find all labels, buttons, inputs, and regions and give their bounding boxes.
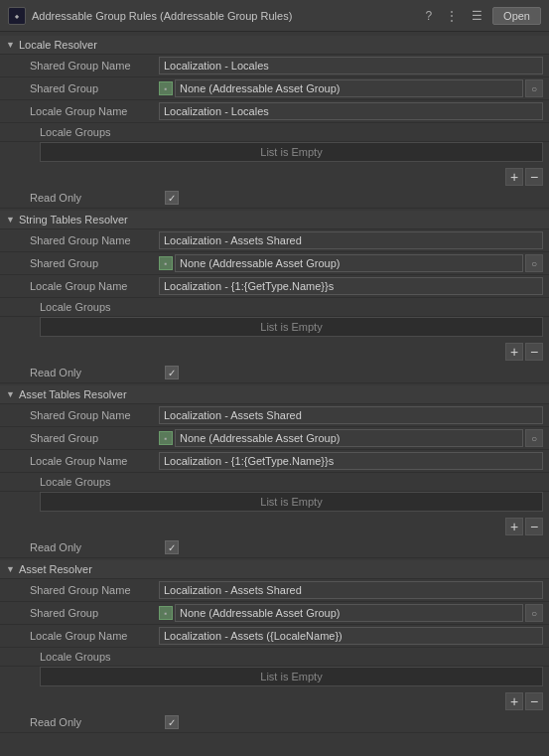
- list-empty-1: List is Empty: [40, 317, 543, 337]
- section-asset-tables-resolver: ▼ Asset Tables Resolver Shared Group Nam…: [0, 385, 549, 558]
- add-button-2[interactable]: +: [505, 518, 523, 535]
- read-only-row-2: Read Only: [0, 537, 549, 558]
- help-button[interactable]: ?: [421, 7, 436, 25]
- shared-group-name-row-0: Shared Group Name: [0, 55, 549, 77]
- section-asset-tables-resolver-label: Asset Tables Resolver: [19, 388, 127, 400]
- shared-group-label-1: Shared Group: [30, 257, 159, 269]
- menu-button[interactable]: ☰: [468, 7, 486, 25]
- remove-button-2[interactable]: −: [525, 518, 543, 535]
- remove-button-0[interactable]: −: [525, 168, 543, 186]
- shared-group-name-row-2: Shared Group Name: [0, 404, 549, 427]
- remove-button-1[interactable]: −: [525, 343, 543, 361]
- section-locale-resolver-label: Locale Resolver: [19, 39, 97, 51]
- arrow-icon-2: ▼: [6, 389, 15, 399]
- locale-groups-header-1: Locale Groups: [0, 298, 549, 317]
- read-only-row-3: Read Only: [0, 712, 549, 733]
- list-empty-0: List is Empty: [40, 142, 543, 162]
- locale-group-name-label-0: Locale Group Name: [30, 105, 159, 117]
- shared-group-row-3: Shared Group ▪ ○: [0, 602, 549, 625]
- add-button-1[interactable]: +: [505, 343, 523, 361]
- arrow-icon-1: ▼: [6, 215, 15, 225]
- add-remove-row-2: + −: [0, 516, 549, 537]
- locale-group-name-input-2[interactable]: [159, 452, 543, 470]
- title-bar-left: ⬥ Addressable Group Rules (Addressable G…: [8, 7, 292, 25]
- locale-group-name-label-3: Locale Group Name: [30, 630, 159, 642]
- add-remove-row-1: + −: [0, 341, 549, 363]
- add-button-3[interactable]: +: [505, 692, 523, 710]
- read-only-checkbox-0[interactable]: [165, 191, 179, 205]
- section-string-tables-resolver-label: String Tables Resolver: [19, 214, 128, 226]
- locale-group-name-input-0[interactable]: [159, 102, 543, 120]
- asset-icon-2: ▪: [159, 431, 173, 445]
- section-locale-resolver-body: Shared Group Name Shared Group ▪ ○ Local…: [0, 55, 549, 209]
- window-icon: ⬥: [8, 7, 26, 25]
- shared-group-control-1: ▪ ○: [159, 254, 543, 272]
- shared-group-name-label-3: Shared Group Name: [30, 584, 159, 596]
- open-button[interactable]: Open: [492, 7, 541, 25]
- read-only-checkbox-2[interactable]: [165, 540, 179, 554]
- arrow-icon-3: ▼: [6, 564, 15, 574]
- shared-group-row-2: Shared Group ▪ ○: [0, 427, 549, 450]
- shared-group-name-label-1: Shared Group Name: [30, 234, 159, 246]
- shared-group-control-3: ▪ ○: [159, 604, 543, 622]
- shared-group-row-0: Shared Group ▪ ○: [0, 77, 549, 100]
- shared-group-dropdown-2[interactable]: ○: [525, 429, 543, 447]
- locale-group-name-input-1[interactable]: [159, 277, 543, 295]
- shared-group-dropdown-1[interactable]: ○: [525, 254, 543, 272]
- shared-group-control-2: ▪ ○: [159, 429, 543, 447]
- remove-button-3[interactable]: −: [525, 692, 543, 710]
- locale-group-name-input-3[interactable]: [159, 627, 543, 645]
- locale-group-name-row-2: Locale Group Name: [0, 450, 549, 473]
- locale-group-name-label-2: Locale Group Name: [30, 455, 159, 467]
- add-remove-row-0: + −: [0, 166, 549, 188]
- section-asset-resolver-body: Shared Group Name Shared Group ▪ ○ Local…: [0, 579, 549, 733]
- read-only-checkbox-1[interactable]: [165, 366, 179, 379]
- add-button-0[interactable]: +: [505, 168, 523, 186]
- title-bar-right: ? ⋮ ☰ Open: [421, 7, 541, 25]
- shared-group-input-0[interactable]: [175, 79, 523, 97]
- shared-group-name-row-3: Shared Group Name: [0, 579, 549, 602]
- read-only-row-1: Read Only: [0, 363, 549, 383]
- asset-icon-1: ▪: [159, 256, 173, 270]
- shared-group-dropdown-3[interactable]: ○: [525, 604, 543, 622]
- shared-group-name-input-1[interactable]: [159, 231, 543, 249]
- section-asset-tables-resolver-body: Shared Group Name Shared Group ▪ ○ Local…: [0, 404, 549, 558]
- shared-group-name-row-1: Shared Group Name: [0, 229, 549, 252]
- title-bar: ⬥ Addressable Group Rules (Addressable G…: [0, 0, 549, 32]
- settings-button[interactable]: ⋮: [442, 7, 462, 25]
- section-string-tables-resolver-body: Shared Group Name Shared Group ▪ ○ Local…: [0, 229, 549, 383]
- section-locale-resolver-header[interactable]: ▼ Locale Resolver: [0, 36, 549, 55]
- section-string-tables-resolver-header[interactable]: ▼ String Tables Resolver: [0, 211, 549, 229]
- read-only-label-1: Read Only: [30, 367, 159, 378]
- section-asset-resolver-header[interactable]: ▼ Asset Resolver: [0, 560, 549, 579]
- shared-group-input-2[interactable]: [175, 429, 523, 447]
- arrow-icon: ▼: [6, 40, 15, 50]
- window-title: Addressable Group Rules (Addressable Gro…: [32, 10, 292, 22]
- read-only-label-3: Read Only: [30, 716, 159, 728]
- list-empty-3: List is Empty: [40, 667, 543, 686]
- shared-group-name-input-3[interactable]: [159, 581, 543, 599]
- shared-group-name-label-2: Shared Group Name: [30, 409, 159, 421]
- read-only-checkbox-3[interactable]: [165, 715, 179, 729]
- section-asset-resolver-label: Asset Resolver: [19, 563, 92, 575]
- section-locale-resolver: ▼ Locale Resolver Shared Group Name Shar…: [0, 36, 549, 209]
- shared-group-name-input-2[interactable]: [159, 406, 543, 424]
- locale-groups-header-0: Locale Groups: [0, 123, 549, 142]
- shared-group-label-0: Shared Group: [30, 82, 159, 94]
- shared-group-dropdown-0[interactable]: ○: [525, 79, 543, 97]
- asset-icon-0: ▪: [159, 81, 173, 95]
- read-only-row-0: Read Only: [0, 188, 549, 209]
- shared-group-name-input-0[interactable]: [159, 57, 543, 75]
- shared-group-input-1[interactable]: [175, 254, 523, 272]
- locale-groups-header-2: Locale Groups: [0, 473, 549, 492]
- locale-group-name-row-1: Locale Group Name: [0, 275, 549, 298]
- shared-group-input-3[interactable]: [175, 604, 523, 622]
- content-area: ▼ Locale Resolver Shared Group Name Shar…: [0, 32, 549, 739]
- list-empty-2: List is Empty: [40, 492, 543, 512]
- locale-groups-header-3: Locale Groups: [0, 648, 549, 667]
- read-only-label-0: Read Only: [30, 192, 159, 204]
- locale-group-name-row-0: Locale Group Name: [0, 100, 549, 123]
- section-asset-tables-resolver-header[interactable]: ▼ Asset Tables Resolver: [0, 385, 549, 404]
- locale-group-name-row-3: Locale Group Name: [0, 625, 549, 648]
- shared-group-label-3: Shared Group: [30, 607, 159, 619]
